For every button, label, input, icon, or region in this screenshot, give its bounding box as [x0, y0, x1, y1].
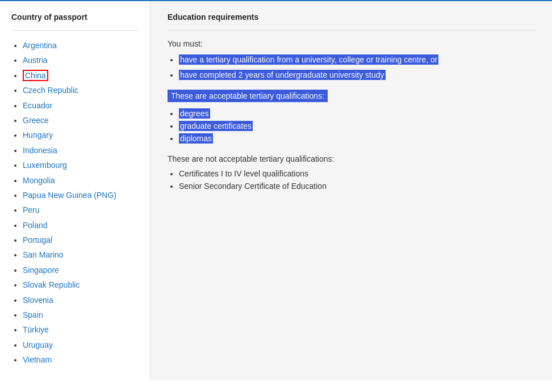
- list-item: Mongolia: [23, 174, 150, 187]
- country-link[interactable]: Uruguay: [23, 340, 53, 349]
- list-item: San Marino: [23, 248, 150, 261]
- list-item: have completed 2 years of undergraduate …: [179, 69, 535, 81]
- list-item: Senior Secondary Certificate of Educatio…: [179, 182, 535, 191]
- list-item: Papua New Guinea (PNG): [23, 189, 150, 201]
- country-link[interactable]: Spain: [23, 310, 43, 319]
- you-must-label: You must:: [168, 39, 535, 48]
- country-link[interactable]: Portugal: [23, 235, 52, 245]
- list-item: Certificates I to IV level qualification…: [179, 169, 535, 178]
- list-item: Türkiye: [23, 323, 150, 336]
- acceptable-header-block: These are acceptable tertiary qualificat…: [168, 90, 535, 109]
- country-link[interactable]: Czech Republic: [23, 86, 78, 95]
- list-item: Singapore: [23, 264, 150, 276]
- right-panel-heading: Education requirements: [168, 12, 535, 31]
- country-link[interactable]: Ecuador: [23, 101, 52, 110]
- country-link[interactable]: Slovenia: [23, 296, 53, 305]
- country-list: ArgentinaAustriaChinaCzech RepublicEcuad…: [11, 39, 150, 366]
- highlighted-acceptable-item: diplomas: [179, 133, 213, 144]
- not-acceptable-header: These are not acceptable tertiary qualif…: [168, 154, 535, 163]
- list-item: diplomas: [179, 134, 535, 143]
- list-item: degrees: [179, 109, 535, 118]
- list-item: Indonesia: [23, 144, 150, 157]
- country-link[interactable]: Peru: [23, 205, 40, 214]
- country-link[interactable]: Singapore: [23, 265, 59, 275]
- list-item: Argentina: [23, 39, 150, 52]
- list-item: Vietnam: [23, 353, 150, 366]
- country-link[interactable]: Austria: [23, 56, 48, 65]
- acceptable-header: These are acceptable tertiary qualificat…: [168, 90, 328, 102]
- list-item: Austria: [23, 54, 150, 66]
- list-item: Hungary: [23, 129, 150, 141]
- highlighted-requirement: have completed 2 years of undergraduate …: [179, 70, 386, 80]
- list-item: Slovak Republic: [23, 279, 150, 291]
- must-list: have a tertiary qualification from a uni…: [168, 54, 535, 81]
- country-link[interactable]: Luxembourg: [23, 161, 67, 170]
- country-link[interactable]: Vietnam: [23, 355, 52, 364]
- country-link[interactable]: San Marino: [23, 250, 64, 259]
- country-link[interactable]: Poland: [23, 221, 48, 230]
- country-link[interactable]: Mongolia: [23, 176, 55, 185]
- country-link[interactable]: Greece: [23, 116, 49, 125]
- list-item: Ecuador: [23, 99, 150, 112]
- list-item: have a tertiary qualification from a uni…: [179, 54, 535, 66]
- acceptable-list: degreesgraduate certificatesdiplomas: [168, 109, 535, 143]
- country-link[interactable]: Hungary: [23, 130, 53, 140]
- list-item: Uruguay: [23, 339, 150, 351]
- country-link[interactable]: Indonesia: [23, 146, 57, 155]
- country-link[interactable]: Slovak Republic: [23, 280, 80, 289]
- country-link[interactable]: Argentina: [23, 41, 57, 50]
- list-item: Poland: [23, 219, 150, 231]
- list-item: Spain: [23, 309, 150, 321]
- country-link[interactable]: Türkiye: [23, 325, 49, 334]
- highlighted-acceptable-item: graduate certificates: [179, 121, 253, 131]
- list-item: Greece: [23, 114, 150, 127]
- highlighted-requirement: have a tertiary qualification from a uni…: [179, 54, 438, 65]
- list-item: Czech Republic: [23, 84, 150, 96]
- highlighted-acceptable-item: degrees: [179, 108, 210, 119]
- left-panel-heading: Country of passport: [11, 12, 139, 31]
- list-item: graduate certificates: [179, 121, 535, 130]
- list-item: Luxembourg: [23, 159, 150, 171]
- left-panel: Country of passport ArgentinaAustriaChin…: [0, 1, 150, 380]
- not-acceptable-list: Certificates I to IV level qualification…: [168, 169, 535, 191]
- country-link[interactable]: Papua New Guinea (PNG): [23, 191, 116, 200]
- right-panel: Education requirements You must: have a …: [150, 1, 552, 380]
- list-item: Slovenia: [23, 294, 150, 306]
- list-item: Portugal: [23, 234, 150, 246]
- list-item: Peru: [23, 204, 150, 216]
- list-item: China: [23, 69, 150, 82]
- china-country-link[interactable]: China: [23, 70, 48, 81]
- main-container: Country of passport ArgentinaAustriaChin…: [0, 1, 552, 380]
